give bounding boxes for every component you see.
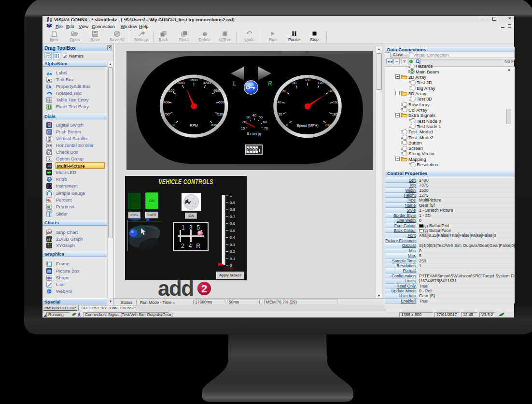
svg-text:40: 40 [278, 101, 281, 104]
svg-text:0: 0 [286, 123, 288, 127]
svg-text:2800: 2800 [177, 81, 185, 85]
svg-text:700: 700 [164, 113, 169, 116]
svg-text:7000: 7000 [210, 123, 218, 127]
svg-text:200: 200 [325, 123, 331, 127]
svg-text:R: R [268, 80, 272, 87]
svg-text:A:: A: [47, 78, 52, 83]
svg-text:0.9: 0.9 [230, 201, 236, 205]
svg-text:Speed (MPH): Speed (MPH) [296, 123, 319, 128]
svg-text:3500: 3500 [190, 78, 198, 82]
svg-text:60: 60 [282, 89, 286, 93]
svg-text:4900: 4900 [213, 89, 221, 92]
svg-text:1400: 1400 [162, 101, 169, 104]
svg-text:4200: 4200 [203, 81, 211, 85]
svg-text:0.2: 0.2 [230, 249, 236, 254]
svg-text:160: 160 [333, 101, 339, 104]
svg-text:5600: 5600 [218, 101, 226, 104]
svg-text:80: 80 [293, 81, 296, 85]
svg-text:60: 60 [263, 120, 266, 124]
svg-text:Fuel (l): Fuel (l) [250, 132, 261, 136]
svg-text:20: 20 [242, 120, 246, 124]
svg-text:100: 100 [305, 78, 310, 82]
svg-text:0.6: 0.6 [230, 221, 236, 226]
svg-text:PB: PB [48, 131, 52, 134]
svg-text:40: 40 [252, 113, 256, 117]
svg-text:0: 0 [255, 147, 258, 152]
svg-text:0.4: 0.4 [230, 235, 236, 240]
svg-text:A: A [45, 56, 48, 59]
svg-text:0.8: 0.8 [230, 207, 236, 212]
svg-text:30: 30 [246, 115, 250, 119]
svg-text:6300: 6300 [217, 113, 225, 116]
svg-text:10: 10 [241, 126, 245, 130]
svg-text:RPM: RPM [190, 123, 198, 128]
svg-text:50: 50 [259, 115, 263, 119]
svg-text:120: 120 [318, 81, 323, 85]
svg-text:%: % [47, 198, 51, 203]
svg-text:0: 0 [247, 147, 249, 152]
svg-text:180: 180 [332, 113, 338, 116]
svg-text:0.1: 0.1 [230, 257, 236, 261]
svg-text:0.5: 0.5 [230, 229, 236, 233]
svg-text:0.3: 0.3 [230, 243, 236, 247]
svg-text:2: 2 [201, 283, 207, 295]
svg-text:Aa: Aa [47, 72, 52, 76]
svg-text:L: L [233, 80, 236, 87]
svg-text:0: 0 [173, 123, 175, 127]
svg-text:2100: 2100 [167, 89, 175, 92]
svg-text:20: 20 [279, 113, 282, 116]
svg-text:140: 140 [328, 89, 334, 93]
svg-text:1: 1 [230, 195, 232, 198]
svg-text:0: 0 [252, 147, 255, 152]
svg-text:0.7: 0.7 [230, 215, 236, 219]
svg-text:0: 0 [250, 147, 252, 152]
svg-text:70: 70 [264, 126, 268, 130]
svg-text:A: A [48, 85, 51, 89]
svg-text:A: A [48, 56, 50, 59]
